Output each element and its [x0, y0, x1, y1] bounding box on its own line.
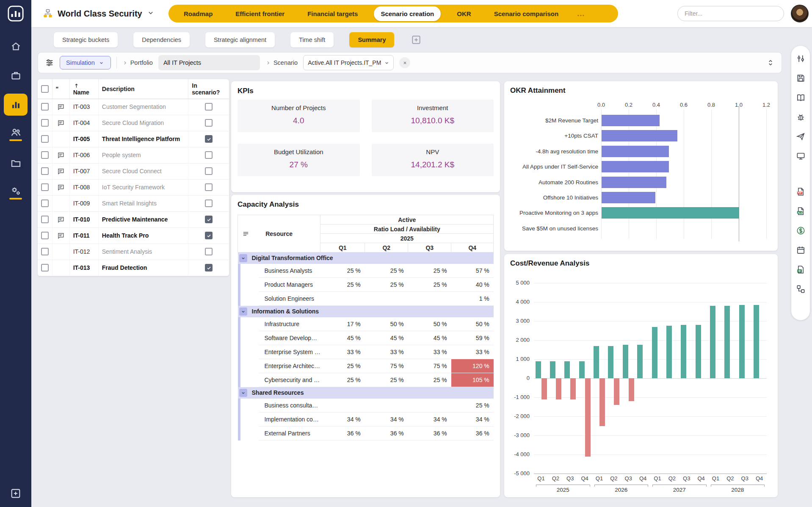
name-column-header[interactable]: Name — [69, 79, 98, 99]
portfolio-title-block[interactable]: World Class Security — [42, 8, 166, 19]
quarter-column-header: Q3 — [408, 243, 451, 252]
capacity-group-row[interactable]: Digital Transformation Office — [238, 252, 494, 264]
integration-icon[interactable] — [795, 284, 806, 294]
user-avatar[interactable] — [791, 5, 809, 22]
comment-icon[interactable] — [57, 232, 65, 240]
sidebar-item-settings[interactable] — [4, 181, 28, 203]
comment-icon[interactable] — [57, 103, 65, 111]
nav-tab-scenario-creation[interactable]: Scenario creation — [374, 6, 441, 21]
project-row[interactable]: IT-011Health Track Pro — [38, 227, 229, 244]
collapse-toolbar-button[interactable] — [766, 58, 775, 67]
comment-icon[interactable] — [57, 167, 65, 175]
nav-tab-efficient-frontier[interactable]: Efficient frontier — [229, 6, 291, 21]
description-column-header[interactable]: Description — [98, 79, 188, 99]
collapse-group-chevron-icon[interactable] — [239, 308, 247, 316]
row-select-checkbox[interactable] — [41, 167, 49, 175]
row-select-checkbox[interactable] — [41, 216, 49, 223]
sidebar-item-home[interactable] — [4, 35, 28, 57]
capacity-group-row[interactable]: Information & Solutions — [238, 306, 494, 317]
excel-report-icon[interactable] — [795, 264, 806, 274]
in-scenario-checkbox[interactable] — [205, 103, 213, 111]
sidebar-item-projects[interactable] — [4, 152, 28, 174]
subtab-strategic-alignment[interactable]: Strategic alignment — [205, 32, 275, 47]
project-row[interactable]: IT-004Secure Cloud Migration — [38, 115, 229, 131]
in-scenario-checkbox[interactable] — [205, 264, 213, 272]
row-select-checkbox[interactable] — [41, 135, 49, 143]
subtab-summary[interactable]: Summary — [349, 32, 394, 47]
feedback-icon[interactable] — [795, 151, 806, 161]
project-row[interactable]: IT-005Threat Intelligence Platform — [38, 131, 229, 147]
subtab-strategic-buckets[interactable]: Strategic buckets — [54, 32, 118, 47]
row-select-checkbox[interactable] — [41, 103, 49, 111]
project-row[interactable]: IT-007Secure Cloud Connect — [38, 163, 229, 179]
nav-tab-scenario-comparison[interactable]: Scenario comparison — [487, 6, 566, 21]
calendar-icon[interactable] — [795, 245, 806, 255]
simulation-dropdown[interactable]: Simulation — [60, 56, 111, 69]
subtab-dependencies[interactable]: Dependencies — [133, 32, 190, 47]
comment-column-header: " — [52, 79, 69, 99]
comment-icon[interactable] — [57, 216, 65, 224]
row-select-checkbox[interactable] — [41, 119, 49, 127]
in-scenario-checkbox[interactable] — [205, 216, 213, 223]
collapse-group-chevron-icon[interactable] — [239, 389, 247, 397]
nav-more-button[interactable]: ... — [574, 9, 587, 18]
nav-tab-financial-targets[interactable]: Financial targets — [301, 6, 365, 21]
project-row[interactable]: IT-009Smart Retail Insights — [38, 195, 229, 211]
comment-icon[interactable] — [57, 183, 65, 191]
export-pdf-icon[interactable]: PDF — [795, 186, 806, 197]
row-select-checkbox[interactable] — [41, 264, 49, 272]
documentation-icon[interactable] — [795, 92, 806, 103]
row-select-checkbox[interactable] — [41, 199, 49, 207]
row-select-checkbox[interactable] — [41, 248, 49, 255]
bug-report-icon[interactable] — [795, 112, 806, 122]
project-row[interactable]: IT-006People system — [38, 147, 229, 163]
in-scenario-checkbox[interactable] — [205, 232, 213, 239]
add-view-button[interactable] — [410, 33, 423, 46]
save-icon[interactable] — [795, 73, 806, 83]
subtab-time-shift[interactable]: Time shift — [290, 32, 334, 47]
select-all-checkbox[interactable] — [41, 85, 49, 93]
project-row[interactable]: IT-013Fraud Detection — [38, 260, 229, 276]
project-row[interactable]: IT-012Sentiment Analysis — [38, 244, 229, 260]
row-select-checkbox[interactable] — [41, 183, 49, 191]
collapse-group-chevron-icon[interactable] — [239, 254, 247, 262]
send-icon[interactable] — [795, 131, 806, 141]
nav-tab-okr[interactable]: OKR — [450, 6, 478, 21]
sliders-icon[interactable] — [45, 58, 54, 67]
in-scenario-checkbox[interactable] — [205, 248, 213, 255]
row-select-checkbox[interactable] — [41, 232, 49, 239]
project-row[interactable]: IT-010Predictive Maintenance — [38, 211, 229, 227]
in-scenario-checkbox[interactable] — [205, 119, 213, 127]
project-row[interactable]: IT-003Customer Segmentation — [38, 99, 229, 115]
app-logo[interactable] — [4, 2, 27, 25]
costs-icon[interactable] — [795, 225, 806, 235]
y-axis-tick: 3 000 — [506, 318, 530, 324]
capacity-group-row[interactable]: Shared Resources — [238, 387, 494, 399]
project-row[interactable]: IT-008IoT Security Framework — [38, 179, 229, 195]
row-select-checkbox[interactable] — [41, 151, 49, 159]
scenario-select[interactable]: Active.All IT Projects.IT_PM — [303, 55, 394, 70]
project-id: IT-012 — [69, 244, 98, 260]
okr-category-label: Automate 200 Routines — [504, 177, 598, 188]
in-scenario-checkbox[interactable] — [205, 199, 213, 207]
portfolio-input[interactable] — [158, 55, 260, 70]
in-scenario-checkbox[interactable] — [205, 151, 213, 159]
title-chevron-down-icon[interactable] — [146, 8, 155, 19]
sidebar-item-analytics[interactable] — [4, 94, 28, 116]
export-excel-icon[interactable]: XLS — [795, 206, 806, 216]
sidebar-item-portfolio-box[interactable] — [4, 64, 28, 86]
filter-input[interactable] — [677, 6, 784, 21]
gridline — [534, 340, 767, 341]
sidebar-item-resources[interactable] — [4, 123, 28, 145]
nav-tab-roadmap[interactable]: Roadmap — [177, 6, 219, 21]
add-widget-button[interactable] — [10, 488, 22, 501]
row-grouping-icon[interactable] — [242, 230, 249, 237]
comment-icon[interactable] — [57, 119, 65, 127]
clear-scenario-button[interactable] — [399, 57, 410, 68]
adjustments-icon[interactable] — [795, 53, 806, 64]
in-scenario-checkbox[interactable] — [205, 135, 213, 143]
comment-icon[interactable] — [57, 151, 65, 159]
in-scenario-checkbox[interactable] — [205, 183, 213, 191]
in-scenario-checkbox[interactable] — [205, 167, 213, 175]
in-scenario-column-header[interactable]: In scenario? — [188, 79, 229, 99]
